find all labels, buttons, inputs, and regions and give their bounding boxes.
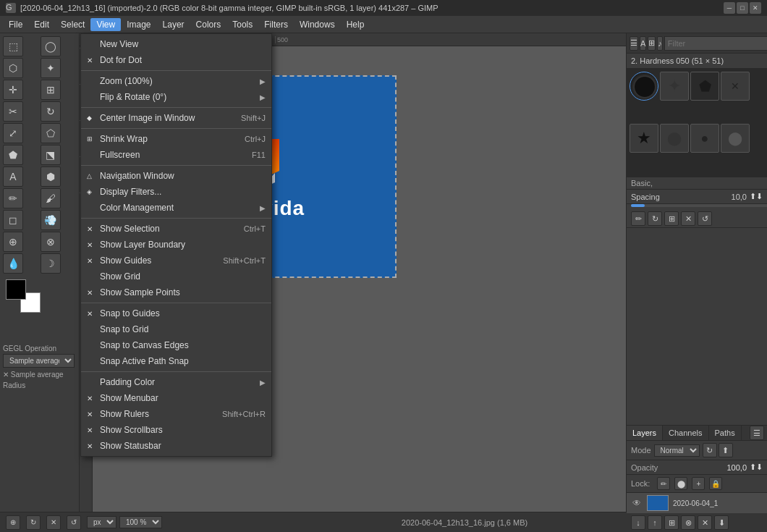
menu-windows[interactable]: Windows xyxy=(294,18,341,31)
menu-view[interactable]: View xyxy=(90,18,121,31)
menu-layer[interactable]: Layer xyxy=(157,18,190,31)
menu-edit[interactable]: Edit xyxy=(28,18,55,31)
menu-new-view[interactable]: New View xyxy=(81,36,271,52)
spacing-arrows[interactable]: ⬆⬇ xyxy=(750,192,763,201)
tool-perspective[interactable]: ⬟ xyxy=(3,145,23,165)
tab-channels[interactable]: Channels xyxy=(663,426,708,440)
menu-filters[interactable]: Filters xyxy=(258,18,294,31)
menu-show-rulers[interactable]: ✕ Show Rulers Shift+Ctrl+R xyxy=(81,406,271,422)
brush-thumb[interactable]: ✦ xyxy=(660,72,689,101)
brush-thumb[interactable]: ● xyxy=(690,124,719,153)
lock-all-btn[interactable]: 🔒 xyxy=(709,477,722,490)
gegl-dropdown[interactable]: Sample average xyxy=(3,354,75,368)
tool-rotate[interactable]: ↻ xyxy=(41,101,61,122)
tool-eraser[interactable]: ◻ xyxy=(3,210,23,230)
menu-show-statusbar[interactable]: ✕ Show Statusbar xyxy=(81,438,271,454)
menu-snap-to-guides[interactable]: ✕ Snap to Guides xyxy=(81,305,271,321)
zoom-select[interactable]: 100 % xyxy=(119,516,162,528)
close-button[interactable]: ✕ xyxy=(750,2,761,14)
mode-select[interactable]: Normal xyxy=(654,444,700,457)
tool-scale[interactable]: ⤢ xyxy=(3,123,23,143)
status-btn-3[interactable]: ✕ xyxy=(46,515,61,530)
tool-paintbrush[interactable]: 🖌 xyxy=(41,188,61,208)
menu-tools[interactable]: Tools xyxy=(226,18,258,31)
action-btn-refresh[interactable]: ↺ xyxy=(698,211,712,226)
panel-btn-1[interactable]: ☰ xyxy=(630,36,638,51)
panel-btn-4[interactable]: ♪ xyxy=(657,36,663,51)
menu-show-sample-points[interactable]: ✕ Show Sample Points xyxy=(81,284,271,300)
opacity-arrows[interactable]: ⬆⬇ xyxy=(750,463,763,472)
tool-pencil[interactable]: ✏ xyxy=(3,188,23,208)
unit-select[interactable]: px xyxy=(87,516,116,528)
maximize-button[interactable]: □ xyxy=(737,2,748,14)
tab-paths[interactable]: Paths xyxy=(709,426,742,440)
menu-colors[interactable]: Colors xyxy=(190,18,227,31)
menu-zoom[interactable]: Zoom (100%) ▶ xyxy=(81,73,271,89)
menu-show-menubar[interactable]: ✕ Show Menubar xyxy=(81,390,271,406)
menu-fullscreen[interactable]: Fullscreen F11 xyxy=(81,147,271,163)
menu-color-management[interactable]: Color Management ▶ xyxy=(81,200,271,216)
brush-thumb-selected[interactable] xyxy=(630,72,658,101)
menu-show-grid[interactable]: Show Grid xyxy=(81,269,271,284)
spacing-bar[interactable] xyxy=(631,204,767,207)
menu-help[interactable]: Help xyxy=(341,18,370,31)
filter-input[interactable] xyxy=(664,36,767,51)
lock-pixels-btn[interactable]: ✏ xyxy=(657,477,670,490)
menu-center-image[interactable]: ◆ Center Image in Window Shift+J xyxy=(81,110,271,126)
tool-fuzzy-select[interactable]: ✦ xyxy=(41,58,61,78)
tool-shear[interactable]: ⬠ xyxy=(41,123,61,143)
layers-menu-btn[interactable]: ☰ xyxy=(750,426,764,440)
brush-thumb[interactable]: ★ xyxy=(630,124,658,153)
tool-rect-select[interactable]: ⬚ xyxy=(3,36,23,56)
tool-blur[interactable]: 💧 xyxy=(3,253,23,274)
tool-clone[interactable]: ⊕ xyxy=(3,232,23,252)
tool-free-select[interactable]: ⬡ xyxy=(3,58,23,78)
menu-show-layer-boundary[interactable]: ✕ Show Layer Boundary xyxy=(81,237,271,253)
menu-snap-active-path[interactable]: Snap Active Path Snap xyxy=(81,353,271,369)
status-btn-4[interactable]: ↺ xyxy=(67,515,81,530)
menu-display-filters[interactable]: ◈ Display Filters... xyxy=(81,184,271,200)
menu-show-scrollbars[interactable]: ✕ Show Scrollbars xyxy=(81,422,271,438)
tool-dodge[interactable]: ☽ xyxy=(41,253,61,274)
tab-layers[interactable]: Layers xyxy=(627,426,663,440)
action-btn-delete[interactable]: ✕ xyxy=(681,211,695,226)
tool-move[interactable]: ✛ xyxy=(3,80,23,100)
menu-dot-for-dot[interactable]: ✕ Dot for Dot xyxy=(81,52,271,68)
tool-align[interactable]: ⊞ xyxy=(41,80,61,100)
tool-heal[interactable]: ⊗ xyxy=(41,232,61,252)
brush-thumb[interactable]: ⬤ xyxy=(660,124,689,153)
menu-file[interactable]: File xyxy=(3,18,28,31)
foreground-color[interactable] xyxy=(6,279,26,300)
tool-text[interactable]: A xyxy=(3,166,23,187)
action-btn-paint[interactable]: ✏ xyxy=(631,211,645,226)
brush-thumb[interactable]: ⬤ xyxy=(721,124,750,153)
menu-snap-to-grid[interactable]: Snap to Grid xyxy=(81,321,271,337)
tool-airbrush[interactable]: 💨 xyxy=(41,210,61,230)
tool-ellipse-select[interactable]: ◯ xyxy=(41,36,61,56)
brush-thumb[interactable]: ⬟ xyxy=(690,72,719,101)
panel-btn-3[interactable]: ⊞ xyxy=(648,36,656,51)
tool-paths[interactable]: ⬢ xyxy=(41,166,61,187)
brush-thumb[interactable]: ✕ xyxy=(721,72,750,101)
menu-flip-rotate[interactable]: Flip & Rotate (0°) ▶ xyxy=(81,89,271,105)
lock-alpha-btn[interactable]: ⬤ xyxy=(674,477,687,490)
lock-position-btn[interactable]: + xyxy=(692,477,705,490)
tool-flip[interactable]: ⬔ xyxy=(41,145,61,165)
action-btn-reset[interactable]: ↻ xyxy=(648,211,662,226)
status-btn-1[interactable]: ⊕ xyxy=(6,515,20,530)
tool-crop[interactable]: ✂ xyxy=(3,101,23,122)
mode-btn-1[interactable]: ↻ xyxy=(703,443,717,457)
menu-show-selection[interactable]: ✕ Show Selection Ctrl+T xyxy=(81,221,271,237)
panel-btn-2[interactable]: A xyxy=(640,36,646,51)
menu-padding-color[interactable]: Padding Color ▶ xyxy=(81,374,271,390)
mode-btn-2[interactable]: ⬆ xyxy=(719,443,733,457)
layer-visibility-btn[interactable]: 👁 xyxy=(631,497,643,509)
menu-navigation-window[interactable]: △ Navigation Window xyxy=(81,168,271,184)
menu-shrink-wrap[interactable]: ⊞ Shrink Wrap Ctrl+J xyxy=(81,131,271,147)
menu-image[interactable]: Image xyxy=(121,18,156,31)
status-btn-2[interactable]: ↻ xyxy=(26,515,41,530)
menu-snap-canvas-edges[interactable]: Snap to Canvas Edges xyxy=(81,337,271,353)
minimize-button[interactable]: ─ xyxy=(724,2,735,14)
action-btn-add[interactable]: ⊞ xyxy=(664,211,679,226)
menu-select[interactable]: Select xyxy=(55,18,90,31)
